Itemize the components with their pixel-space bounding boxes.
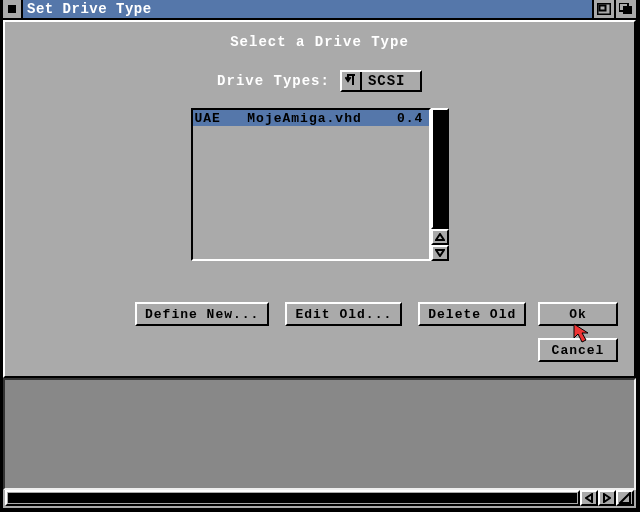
list-item[interactable]: UAE MojeAmiga.vhd 0.4 — [193, 110, 429, 126]
window-body: Select a Drive Type Drive Types: SCSI UA… — [3, 20, 636, 508]
list-item-col3: 0.4 — [397, 111, 423, 126]
scroll-down-button[interactable] — [431, 245, 449, 261]
window: Set Drive Type Select a Drive Type Drive… — [3, 0, 638, 510]
right-button-col: Ok Cancel — [538, 302, 618, 374]
chevron-right-icon — [603, 493, 611, 503]
cancel-button[interactable]: Cancel — [538, 338, 618, 362]
hscroll-right-button[interactable] — [598, 490, 616, 506]
drive-list[interactable]: UAE MojeAmiga.vhd 0.4 — [191, 108, 431, 261]
close-icon — [8, 5, 16, 13]
resize-icon — [619, 492, 631, 504]
chevron-left-icon — [585, 493, 593, 503]
button-row: Define New... Edit Old... Delete Old — [135, 302, 542, 326]
zoom-gadget[interactable] — [592, 0, 614, 18]
zoom-icon — [597, 3, 611, 15]
hscroll-knob[interactable] — [8, 493, 577, 503]
depth-gadget[interactable] — [614, 0, 636, 18]
horizontal-scrollbar — [5, 490, 634, 506]
titlebar: Set Drive Type — [3, 0, 636, 20]
drive-types-value: SCSI — [362, 72, 420, 90]
drive-types-cycle[interactable]: SCSI — [340, 70, 422, 92]
dialog-panel: Select a Drive Type Drive Types: SCSI UA… — [3, 20, 636, 378]
cycle-arrow-icon — [342, 72, 362, 90]
define-new-button[interactable]: Define New... — [135, 302, 269, 326]
list-scrollbar — [431, 108, 449, 261]
depth-icon — [619, 3, 633, 15]
size-gadget[interactable] — [616, 490, 634, 506]
hscroll-left-button[interactable] — [580, 490, 598, 506]
scroll-track[interactable] — [431, 108, 449, 229]
scroll-knob[interactable] — [433, 110, 447, 227]
window-title: Set Drive Type — [27, 1, 592, 17]
close-gadget[interactable] — [3, 0, 23, 18]
drive-list-wrap: UAE MojeAmiga.vhd 0.4 — [191, 108, 449, 261]
edit-old-button[interactable]: Edit Old... — [285, 302, 402, 326]
chevron-up-icon — [435, 233, 445, 241]
dialog-heading: Select a Drive Type — [5, 34, 634, 50]
scroll-up-button[interactable] — [431, 229, 449, 245]
delete-old-button[interactable]: Delete Old — [418, 302, 526, 326]
chevron-down-icon — [435, 249, 445, 257]
list-item-col1: UAE — [195, 111, 221, 126]
workspace-area — [3, 378, 636, 490]
drive-types-row: Drive Types: SCSI — [5, 70, 634, 92]
svg-rect-1 — [600, 6, 606, 11]
list-item-col2: MojeAmiga.vhd — [247, 111, 361, 126]
svg-rect-3 — [623, 6, 632, 14]
ok-button[interactable]: Ok — [538, 302, 618, 326]
hscroll-track[interactable] — [5, 490, 580, 506]
drive-types-label: Drive Types: — [217, 73, 330, 89]
